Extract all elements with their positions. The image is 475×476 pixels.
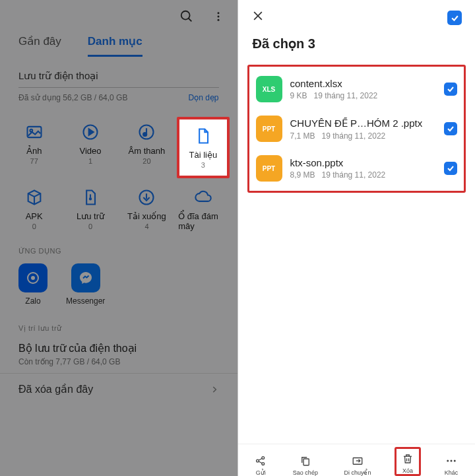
file-checkbox[interactable] (444, 162, 457, 175)
file-name: content.xlsx (290, 78, 437, 89)
svg-line-22 (259, 458, 262, 460)
cat-label: Ảnh (26, 146, 42, 156)
file-row[interactable]: PPT ktx-son.pptx 8,9 MB 19 tháng 11, 202… (253, 149, 460, 188)
more-vert-icon[interactable] (212, 9, 224, 24)
file-name: ktx-son.pptx (290, 157, 437, 168)
spacer (238, 193, 476, 444)
svg-line-23 (259, 461, 262, 463)
tab-recent[interactable]: Gần đây (18, 34, 61, 57)
cat-label: Video (80, 146, 102, 156)
svg-point-10 (144, 133, 147, 136)
file-checkbox[interactable] (444, 83, 457, 96)
messenger-icon (71, 263, 100, 292)
cat-count: 20 (142, 157, 150, 165)
app-name: Zalo (25, 296, 40, 306)
svg-point-11 (90, 198, 91, 199)
bb-label: Khác (445, 469, 459, 476)
bb-label: Sao chép (293, 469, 318, 476)
phone-storage-row[interactable]: Bộ lưu trữ của điện thoại Còn trống 7,77… (0, 335, 238, 373)
svg-point-28 (447, 460, 449, 462)
cat-count: 0 (32, 222, 36, 230)
apk-icon (24, 187, 44, 207)
recently-deleted-label: Đã xóa gần đây (18, 383, 93, 395)
phone-storage-sub: Còn trống 7,77 GB / 64,0 GB (18, 357, 219, 366)
delete-button[interactable]: Xóa (395, 447, 421, 476)
file-checkbox[interactable] (444, 122, 457, 135)
xls-icon: XLS (256, 76, 282, 102)
category-grid: Ảnh 77 Video 1 Âm thanh 20 Tài liệu 3 AP… (0, 112, 238, 240)
left-header (0, 0, 238, 29)
cat-video[interactable]: Video 1 (64, 117, 116, 178)
cat-count: 1 (88, 157, 92, 165)
svg-line-1 (188, 18, 191, 22)
right-panel: Đã chọn 3 XLS content.xlsx 9 KB 19 tháng… (238, 0, 476, 476)
location-heading: Vị trí lưu trữ (0, 318, 238, 335)
more-button[interactable]: Khác (442, 451, 461, 476)
audio-icon (137, 122, 156, 142)
cat-count: 4 (144, 222, 148, 230)
cat-cloud[interactable]: Ổ đĩa đám mây (177, 182, 229, 238)
move-button[interactable]: Di chuyển (341, 451, 373, 476)
cat-count: 77 (30, 157, 38, 165)
download-icon (137, 187, 156, 207)
right-header (238, 0, 476, 30)
svg-point-3 (217, 16, 219, 18)
svg-point-16 (31, 276, 35, 280)
svg-rect-24 (303, 459, 309, 465)
cat-images[interactable]: Ảnh 77 (8, 117, 60, 178)
file-row[interactable]: XLS content.xlsx 9 KB 19 tháng 11, 2022 (253, 69, 460, 109)
copy-icon (300, 454, 311, 467)
cat-audio[interactable]: Âm thanh 20 (121, 117, 173, 178)
app-messenger[interactable]: Messenger (66, 263, 105, 306)
close-icon[interactable] (251, 9, 265, 26)
phone-storage-title: Bộ lưu trữ của điện thoại (18, 342, 219, 355)
storage-section: Lưu trữ điện thoại Đã sử dụng 56,2 GB / … (0, 57, 238, 112)
cat-label: Lưu trữ (77, 211, 104, 221)
file-name: CHUYÊN ĐỀ P…HÓM 2 .pptx (290, 118, 437, 129)
images-icon (24, 122, 44, 142)
cat-count: 3 (201, 161, 205, 169)
svg-marker-8 (89, 129, 94, 135)
app-zalo[interactable]: Zalo (18, 263, 48, 306)
tab-category[interactable]: Danh mục (88, 34, 142, 57)
documents-icon (193, 126, 213, 146)
share-icon (255, 454, 267, 467)
cat-archive[interactable]: Lưu trữ 0 (64, 182, 116, 238)
cat-download[interactable]: Tải xuống 4 (121, 182, 173, 238)
svg-point-4 (217, 19, 219, 21)
apps-row: Zalo Messenger (0, 258, 238, 318)
cat-apk[interactable]: APK 0 (8, 182, 60, 238)
bottom-bar: Gửi Sao chép Di chuyển Xóa Khác (238, 444, 476, 476)
left-panel: Gần đây Danh mục Lưu trữ điện thoại Đã s… (0, 0, 238, 476)
bb-label: Di chuyển (344, 469, 371, 476)
copy-button[interactable]: Sao chép (290, 451, 321, 476)
zalo-icon (18, 263, 48, 292)
cat-label: APK (26, 211, 43, 221)
cat-label: Tài liệu (189, 150, 217, 160)
app-name: Messenger (66, 296, 105, 306)
svg-point-0 (181, 11, 189, 20)
apps-heading: ỨNG DỤNG (0, 240, 238, 258)
select-all-checkbox[interactable] (447, 11, 462, 25)
tabs: Gần đây Danh mục (0, 29, 238, 57)
storage-used: Đã sử dụng 56,2 GB / 64,0 GB (18, 93, 127, 102)
send-button[interactable]: Gửi (252, 451, 269, 476)
recently-deleted-row[interactable]: Đã xóa gần đây (0, 373, 238, 405)
cat-label: Ổ đĩa đám mây (178, 211, 228, 231)
cat-count: 0 (88, 222, 92, 230)
svg-point-29 (450, 460, 452, 462)
storage-title[interactable]: Lưu trữ điện thoại (18, 63, 219, 88)
bb-label: Gửi (256, 469, 266, 476)
cloud-icon (193, 187, 213, 207)
file-list: XLS content.xlsx 9 KB 19 tháng 11, 2022 … (247, 65, 466, 193)
ppt-icon: PPT (256, 155, 282, 182)
video-icon (80, 122, 100, 142)
cat-documents[interactable]: Tài liệu 3 (177, 117, 229, 178)
file-row[interactable]: PPT CHUYÊN ĐỀ P…HÓM 2 .pptx 7,1 MB 19 th… (253, 109, 460, 149)
selected-title: Đã chọn 3 (238, 30, 476, 61)
more-horiz-icon (445, 454, 457, 467)
search-icon[interactable] (179, 9, 194, 24)
file-meta: 7,1 MB 19 tháng 11, 2022 (290, 131, 437, 141)
cleanup-link[interactable]: Dọn dẹp (188, 93, 218, 102)
cat-label: Tải xuống (127, 211, 166, 221)
